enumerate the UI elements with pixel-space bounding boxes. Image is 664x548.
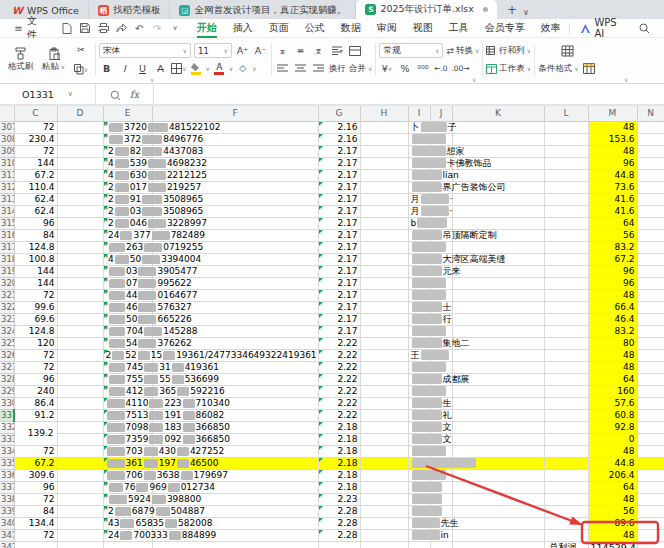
cell[interactable]: 62.4: [14, 193, 57, 205]
row-header[interactable]: 308: [0, 133, 14, 145]
row-header[interactable]: 330: [0, 397, 14, 409]
align-bottom-icon[interactable]: ⌆: [311, 43, 326, 58]
cell[interactable]: [637, 313, 664, 325]
cell[interactable]: 2.22: [318, 349, 360, 361]
cell[interactable]: [637, 421, 664, 433]
row-header[interactable]: 329: [0, 385, 14, 397]
cell[interactable]: [57, 337, 103, 349]
cell[interactable]: 月·: [408, 205, 430, 217]
cell[interactable]: [360, 301, 408, 313]
cell[interactable]: [57, 349, 103, 361]
cell[interactable]: 2.17: [318, 301, 360, 313]
cell[interactable]: '412365592216: [103, 385, 152, 397]
cell[interactable]: 124.8: [14, 325, 57, 337]
row-header[interactable]: 323: [0, 313, 14, 325]
search-in-sheet-icon[interactable]: [110, 85, 121, 104]
orientation-icon[interactable]: [347, 43, 362, 58]
menu-item-review[interactable]: 审阅: [369, 19, 405, 38]
cell[interactable]: 66.4: [588, 301, 637, 313]
row-header[interactable]: 338: [0, 493, 14, 505]
cell[interactable]: 先生: [408, 517, 430, 529]
cell[interactable]: 144: [14, 277, 57, 289]
cell[interactable]: [14, 541, 57, 548]
cell[interactable]: 48: [588, 349, 637, 361]
cell[interactable]: 2.17: [318, 145, 360, 157]
share-icon[interactable]: [116, 23, 127, 34]
cell[interactable]: [408, 445, 430, 457]
cell[interactable]: [57, 253, 103, 265]
cell[interactable]: [360, 229, 408, 241]
cell[interactable]: 72: [14, 445, 57, 457]
cell[interactable]: 80: [588, 337, 637, 349]
cell[interactable]: lian: [408, 169, 430, 181]
group-expander-icon[interactable]: ∨: [624, 77, 628, 83]
cell[interactable]: 64: [588, 373, 637, 385]
quickbar-dropdown-icon[interactable]: ∨: [170, 23, 181, 34]
cell[interactable]: [360, 325, 408, 337]
fill-color-dropdown-icon[interactable]: ∨: [205, 65, 209, 72]
cell[interactable]: [637, 289, 664, 301]
underline-button[interactable]: U: [135, 61, 150, 76]
row-header[interactable]: 316: [0, 229, 14, 241]
cell[interactable]: [544, 241, 588, 253]
menu-item-data[interactable]: 数据: [333, 19, 369, 38]
row-header[interactable]: 307: [0, 121, 14, 133]
cell[interactable]: '2824437083: [103, 145, 152, 157]
cell[interactable]: [57, 409, 103, 421]
row-header[interactable]: 321: [0, 289, 14, 301]
cell[interactable]: '2913508965: [103, 193, 152, 205]
cell[interactable]: [103, 541, 152, 548]
cell[interactable]: [452, 469, 544, 481]
cell[interactable]: [360, 385, 408, 397]
decrease-font-icon[interactable]: A⁻: [253, 43, 268, 58]
cell[interactable]: [637, 481, 664, 493]
row-header[interactable]: 334: [0, 445, 14, 457]
paste-button[interactable]: 粘贴 ∨: [37, 40, 70, 79]
cell[interactable]: '46302212125: [103, 169, 152, 181]
cell[interactable]: 83.2: [588, 325, 637, 337]
align-right-icon[interactable]: [311, 61, 326, 76]
cell[interactable]: [360, 181, 408, 193]
cell[interactable]: [57, 229, 103, 241]
cell[interactable]: 41.6: [588, 205, 637, 217]
cell[interactable]: [637, 181, 664, 193]
cell[interactable]: [360, 337, 408, 349]
clear-format-dropdown-icon[interactable]: ∨: [252, 65, 256, 72]
cell[interactable]: [57, 313, 103, 325]
cell[interactable]: '033905477: [103, 265, 152, 277]
cell[interactable]: [637, 433, 664, 445]
cell[interactable]: '46576327: [103, 301, 152, 313]
row-header[interactable]: 313: [0, 193, 14, 205]
cell[interactable]: 139.2: [14, 421, 57, 433]
cell[interactable]: [57, 373, 103, 385]
align-top-icon[interactable]: ⌅: [275, 43, 290, 58]
cell[interactable]: [452, 445, 544, 457]
cell[interactable]: 67.2: [14, 457, 57, 469]
cell[interactable]: '20463228997: [103, 217, 152, 229]
currency-format-icon[interactable]: ¥ ∨: [379, 61, 394, 76]
cell[interactable]: 73.6: [588, 181, 637, 193]
worksheet-button[interactable]: 工作表∨: [486, 63, 531, 75]
cell[interactable]: 2.17: [318, 265, 360, 277]
cell[interactable]: 成都展: [408, 373, 430, 385]
cell[interactable]: 72: [14, 121, 57, 133]
cell[interactable]: [544, 409, 588, 421]
cell[interactable]: [57, 469, 103, 481]
cell[interactable]: [637, 241, 664, 253]
cell[interactable]: [637, 265, 664, 277]
cell[interactable]: [452, 265, 544, 277]
cell[interactable]: 2.17: [318, 217, 360, 229]
cell[interactable]: 2.17: [318, 205, 360, 217]
row-header[interactable]: 322: [0, 301, 14, 313]
cell[interactable]: 240: [14, 385, 57, 397]
cell[interactable]: [637, 337, 664, 349]
cell[interactable]: [637, 229, 664, 241]
cell[interactable]: [544, 517, 588, 529]
tab-design-project-doc[interactable]: ◲ 全网首发设计项目，真正实现躺赚。: [170, 2, 356, 19]
menu-item-home[interactable]: 开始: [189, 19, 225, 38]
cell[interactable]: 96: [588, 265, 637, 277]
cell[interactable]: [452, 481, 544, 493]
cell[interactable]: 96: [14, 373, 57, 385]
cell[interactable]: [637, 373, 664, 385]
cell[interactable]: [544, 277, 588, 289]
